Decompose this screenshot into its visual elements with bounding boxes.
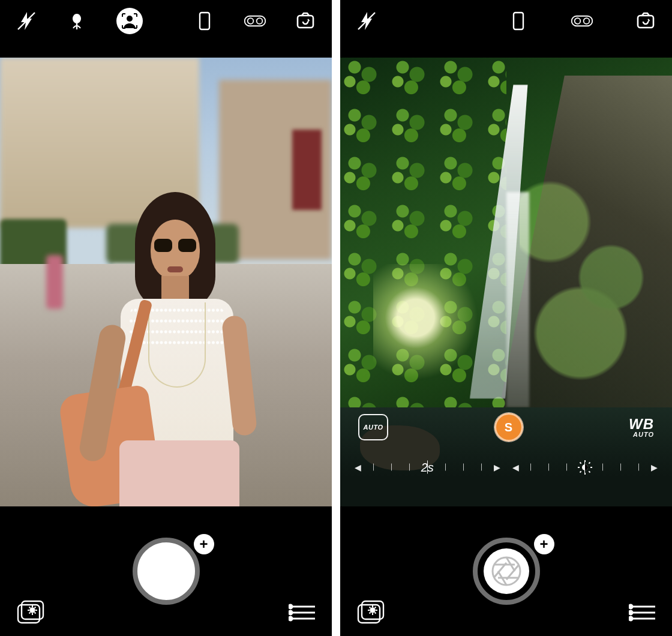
svg-point-39 bbox=[629, 611, 632, 614]
svg-line-30 bbox=[589, 463, 590, 464]
svg-point-1 bbox=[127, 16, 133, 22]
svg-line-27 bbox=[580, 463, 581, 464]
switch-camera-icon[interactable] bbox=[295, 10, 316, 32]
dual-lens-icon[interactable] bbox=[244, 10, 266, 32]
exposure-icon bbox=[578, 460, 592, 475]
viewfinder[interactable]: AUTO S WB AUTO ◀ 2s ▶ ◀ bbox=[340, 58, 672, 506]
svg-point-11 bbox=[289, 605, 292, 608]
svg-point-41 bbox=[629, 617, 632, 620]
device-orientation-icon[interactable] bbox=[194, 10, 215, 32]
svg-point-13 bbox=[289, 611, 292, 614]
svg-point-20 bbox=[584, 18, 590, 24]
manual-controls-row: AUTO S WB AUTO bbox=[340, 414, 672, 440]
wb-mode-label: AUTO bbox=[629, 431, 654, 438]
svg-line-28 bbox=[589, 471, 590, 472]
flash-off-icon[interactable] bbox=[16, 10, 37, 32]
camera-screen-manual: AUTO S WB AUTO ◀ 2s ▶ ◀ bbox=[340, 0, 672, 636]
macro-icon[interactable] bbox=[66, 10, 88, 32]
svg-point-35 bbox=[371, 608, 375, 613]
wb-label: WB bbox=[629, 417, 654, 431]
shutter-speed-slider[interactable]: ◀ 2s ▶ bbox=[356, 452, 499, 482]
chevron-left-icon: ◀ bbox=[512, 463, 519, 472]
exposure-slider[interactable]: ◀ ▶ bbox=[514, 452, 657, 482]
svg-point-5 bbox=[257, 18, 263, 24]
svg-point-4 bbox=[248, 18, 254, 24]
camera-screen-portrait: + bbox=[0, 0, 332, 636]
focus-mode-button[interactable]: AUTO bbox=[358, 414, 388, 440]
svg-point-37 bbox=[629, 605, 632, 608]
top-toolbar bbox=[340, 0, 672, 42]
viewfinder[interactable] bbox=[0, 58, 332, 506]
subject-preview bbox=[83, 192, 263, 506]
flash-off-icon[interactable] bbox=[356, 10, 377, 32]
switch-camera-icon[interactable] bbox=[635, 10, 656, 32]
chevron-left-icon: ◀ bbox=[355, 463, 361, 472]
svg-rect-17 bbox=[514, 13, 523, 29]
sliders-row: ◀ 2s ▶ ◀ bbox=[340, 446, 672, 488]
shutter-priority-button[interactable]: S bbox=[494, 413, 523, 442]
bottom-toolbar: + bbox=[0, 506, 332, 636]
shutter-button[interactable] bbox=[133, 538, 200, 605]
device-orientation-icon[interactable] bbox=[508, 10, 529, 32]
bottom-toolbar: + bbox=[340, 506, 672, 636]
gallery-button[interactable] bbox=[17, 600, 44, 624]
svg-point-9 bbox=[31, 608, 35, 613]
svg-point-19 bbox=[575, 18, 581, 24]
aperture-icon bbox=[491, 556, 522, 587]
svg-rect-6 bbox=[298, 16, 313, 28]
focus-mode-label: AUTO bbox=[364, 424, 383, 431]
shutter-button[interactable] bbox=[473, 538, 540, 605]
dual-lens-icon[interactable] bbox=[571, 10, 593, 32]
svg-rect-21 bbox=[638, 16, 653, 28]
svg-point-31 bbox=[491, 556, 521, 586]
white-balance-button[interactable]: WB AUTO bbox=[629, 417, 654, 438]
chevron-right-icon: ▶ bbox=[494, 463, 500, 472]
settings-menu-icon[interactable] bbox=[629, 604, 655, 622]
add-button[interactable]: + bbox=[534, 534, 554, 554]
add-button[interactable]: + bbox=[194, 534, 214, 554]
gallery-button[interactable] bbox=[357, 600, 385, 624]
top-toolbar bbox=[0, 0, 332, 42]
chevron-right-icon: ▶ bbox=[651, 463, 658, 472]
settings-menu-icon[interactable] bbox=[289, 604, 315, 622]
svg-rect-2 bbox=[200, 13, 209, 29]
shutter-priority-letter: S bbox=[505, 421, 512, 434]
svg-point-15 bbox=[289, 617, 292, 620]
shutter-speed-value: 2s bbox=[415, 461, 440, 475]
portrait-mode-button[interactable] bbox=[116, 8, 143, 34]
svg-line-29 bbox=[580, 471, 581, 472]
